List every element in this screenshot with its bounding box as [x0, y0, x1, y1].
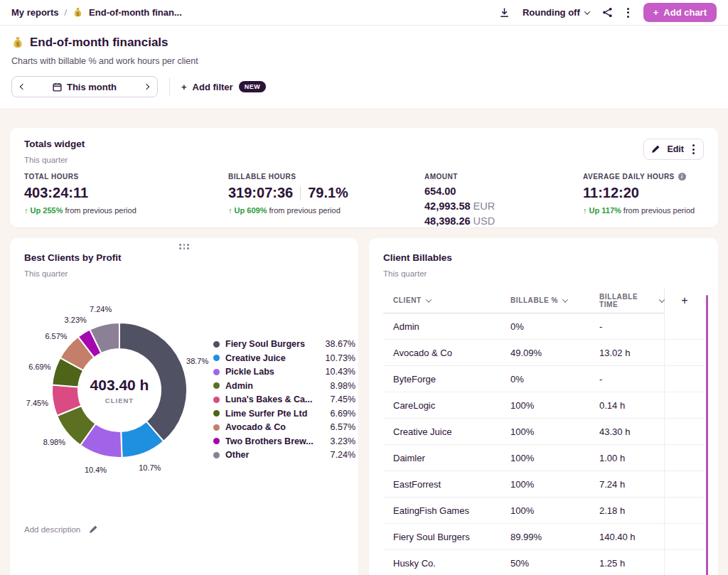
table-row[interactable]: EastForrest 100% 7.24 h	[383, 471, 704, 498]
cell-client: Creative Juice	[383, 426, 500, 437]
svg-text:$: $	[77, 11, 80, 17]
donut-slice-label: 38.7%	[186, 357, 208, 365]
metric-billable-hours: BILLABLE HOURS 319:07:36 79.1% ↑ Up 609%…	[228, 173, 424, 229]
chevron-right-icon[interactable]	[144, 84, 149, 90]
share-icon[interactable]	[602, 7, 613, 18]
column-label: CLIENT	[393, 296, 422, 304]
breadcrumb: My reports / $ End-of-month finan...	[11, 7, 182, 18]
table-header: CLIENT BILLABLE % BILLABLE TIME +	[383, 288, 704, 313]
column-label: BILLABLE %	[510, 296, 558, 304]
metric-label: TOTAL HOURS	[24, 173, 228, 181]
totals-kebab-icon[interactable]	[691, 143, 696, 156]
donut-wrap: 403.40 h CLIENT Fiery Soul Burgers 38.67…	[24, 278, 344, 528]
delta-suffix: from previous period	[63, 206, 136, 215]
add-description-label: Add description	[24, 525, 80, 534]
rounding-label: Rounding off	[523, 7, 580, 18]
cell-extra	[664, 366, 705, 392]
totals-period: This quarter	[24, 156, 85, 164]
date-range-button[interactable]: This month	[53, 82, 117, 92]
legend-item[interactable]: Pickle Labs 10.43%	[213, 367, 355, 377]
cell-billable-time: 1.00 h	[589, 453, 664, 463]
legend-color-dot	[213, 424, 220, 431]
metric-value: 11:12:20	[583, 185, 701, 201]
donut-slice-label: 6.69%	[28, 362, 50, 371]
table-row[interactable]: Daimler 100% 1.00 h	[383, 445, 704, 471]
table-scrollbar[interactable]	[706, 295, 708, 575]
column-header-client[interactable]: CLIENT	[383, 288, 500, 313]
rounding-dropdown[interactable]: Rounding off	[523, 7, 589, 18]
legend-item[interactable]: Creative Juice 10.73%	[213, 353, 355, 363]
cell-extra	[664, 340, 705, 365]
donut-slice-label: 10.7%	[139, 463, 161, 472]
donut-slice-label: 3.23%	[65, 316, 87, 324]
legend-item[interactable]: Fiery Soul Burgers 38.67%	[213, 339, 355, 349]
legend-item[interactable]: Admin 8.98%	[213, 381, 355, 391]
cell-billable-time: 1.25 h	[589, 558, 664, 569]
legend-color-dot	[213, 382, 220, 389]
donut-slice-label: 7.24%	[90, 305, 112, 313]
cell-client: Husky Co.	[383, 558, 500, 569]
cell-billable-time: 13.02 h	[589, 348, 664, 358]
cell-client: Admin	[383, 321, 500, 332]
table-row[interactable]: CareLogic 100% 0.14 h	[383, 392, 704, 419]
sort-chevron-icon	[425, 296, 431, 302]
donut-slice-label: 7.45%	[26, 399, 48, 407]
drag-handle-icon[interactable]	[179, 244, 189, 249]
delta-up: ↑ Up 255%	[24, 206, 63, 215]
legend-item[interactable]: Two Brothers Brew... 3.23%	[213, 436, 355, 446]
legend-item[interactable]: Luna's Bakes & Ca... 7.45%	[213, 394, 355, 404]
table-row[interactable]: ByteForge 0% -	[383, 366, 704, 392]
amount-value: 654.00	[424, 186, 456, 197]
legend-item[interactable]: Avocado & Co 6.57%	[213, 422, 355, 432]
donut-card-title: Best Clients by Profit	[24, 252, 344, 263]
chevron-down-icon	[584, 9, 589, 14]
donut-center-label: CLIENT	[90, 397, 149, 404]
cell-billable-pct: 50%	[500, 558, 589, 569]
cell-billable-time: -	[589, 374, 664, 385]
amount-line: 654.00	[424, 184, 583, 199]
metric-delta: ↑ Up 609% from previous period	[228, 206, 424, 215]
pencil-icon	[89, 525, 97, 534]
add-column-button[interactable]: +	[664, 288, 705, 313]
amount-value: 42,993.58	[424, 200, 471, 212]
table-row[interactable]: EatingFish Games 100% 2.18 h	[383, 498, 704, 524]
chevron-left-icon[interactable]	[20, 84, 26, 90]
add-description-button[interactable]: Add description	[24, 525, 97, 534]
column-header-billable-time[interactable]: BILLABLE TIME	[589, 288, 664, 313]
legend-color-dot	[213, 438, 220, 444]
donut-center: 403.40 h CLIENT	[90, 377, 149, 404]
legend-item[interactable]: Lime Surfer Pte Ltd 6.69%	[213, 409, 355, 419]
date-range-label: This month	[67, 82, 117, 92]
add-chart-button[interactable]: + Add chart	[643, 3, 717, 22]
cell-extra	[664, 498, 705, 523]
table-row[interactable]: Husky Co. 50% 1.25 h	[383, 550, 704, 575]
money-bag-icon: $	[73, 7, 83, 18]
column-header-billable-pct[interactable]: BILLABLE %	[500, 288, 589, 313]
add-filter-button[interactable]: + Add filter NEW	[181, 81, 266, 92]
add-filter-label: Add filter	[193, 82, 233, 92]
plus-icon: +	[181, 82, 187, 92]
table-row[interactable]: Admin 0% -	[383, 313, 704, 340]
table-row[interactable]: Avocado & Co 49.09% 13.02 h	[383, 340, 704, 366]
new-badge: NEW	[239, 81, 267, 92]
totals-edit-button[interactable]: Edit	[643, 139, 704, 160]
table-row[interactable]: Creative Juice 100% 43.30 h	[383, 419, 704, 445]
metric-total-hours: TOTAL HOURS 403:24:11 ↑ Up 255% from pre…	[24, 173, 228, 229]
cell-billable-pct: 100%	[500, 479, 589, 490]
kebab-menu-icon[interactable]	[626, 6, 631, 19]
breadcrumb-current[interactable]: End-of-month finan...	[89, 7, 182, 18]
cell-billable-time: -	[589, 321, 664, 332]
metric-delta: ↑ Up 117% from previous period	[583, 206, 701, 215]
cell-billable-time: 0.14 h	[589, 400, 664, 411]
legend-item[interactable]: Other 7.24%	[213, 450, 355, 460]
info-icon[interactable]: i	[678, 173, 686, 181]
amount-value: 48,398.26	[424, 215, 471, 227]
money-bag-icon: $	[11, 36, 24, 49]
cell-extra	[664, 445, 705, 471]
breadcrumb-root[interactable]: My reports	[11, 7, 58, 18]
download-icon[interactable]	[499, 7, 510, 18]
cell-billable-pct: 49.09%	[500, 348, 589, 358]
date-range-picker: This month	[11, 76, 158, 97]
table-row[interactable]: Fiery Soul Burgers 89.99% 140.40 h	[383, 524, 704, 550]
metric-label: AMOUNT	[424, 173, 583, 181]
